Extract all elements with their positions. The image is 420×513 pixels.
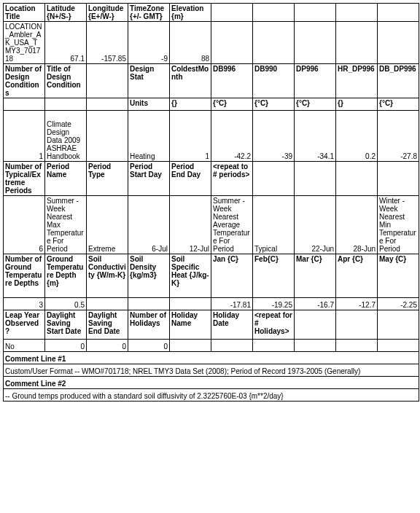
- cell: 1: [4, 111, 45, 162]
- cell: [378, 340, 419, 352]
- cell: 88: [170, 22, 211, 64]
- cell: {}: [170, 98, 211, 111]
- cell: 67.1: [45, 22, 87, 64]
- cell: -27.8: [378, 111, 419, 162]
- design-header-row: Number of Design Conditions Title of Des…: [4, 64, 419, 98]
- hdr-cell: Soil Specific Heat {J/kg-K}: [170, 254, 211, 298]
- cell: [4, 98, 45, 111]
- hdr-cell: DP996: [295, 64, 336, 98]
- cell: No: [4, 340, 45, 352]
- hdr-cell: DB_DP996: [378, 64, 419, 98]
- hdr-cell: Design Stat: [128, 64, 170, 98]
- hdr-cell: DB990: [253, 64, 295, 98]
- cell: {°C}: [378, 98, 419, 111]
- cell: -19.25: [253, 298, 295, 310]
- hdr-cell: Ground Temperature Depth {m}: [45, 254, 87, 298]
- hdr-cell: Period End Day: [170, 162, 211, 196]
- location-data-row: LOCATION_Ambler_AK_USA_TMY3_701718 67.1 …: [4, 22, 419, 64]
- hdr-cell: HR_DP996: [336, 64, 378, 98]
- ground-data-row: 3 0.5 -17.81 -19.25 -16.7 -12.7 -2.25: [4, 298, 419, 310]
- comment-value: -- Ground temps produced with a standard…: [4, 389, 419, 402]
- cell: 22-Jun: [295, 196, 336, 254]
- cell: -39: [253, 111, 295, 162]
- cell: 0: [128, 340, 170, 352]
- stat-table: Location Title Latitude {N+/S-} Longitud…: [3, 3, 419, 402]
- cell: {°C}: [211, 98, 253, 111]
- hdr-cell: Apr {C}: [336, 254, 378, 298]
- hdr-cell: Mar {C}: [295, 254, 336, 298]
- hdr-cell: Number of Design Conditions: [4, 64, 45, 98]
- cell: [253, 340, 295, 352]
- cell: Typical: [253, 196, 295, 254]
- cell: -12.7: [336, 298, 378, 310]
- cell: [336, 22, 378, 64]
- cell: 0.2: [336, 111, 378, 162]
- hdr-cell: Period Start Day: [128, 162, 170, 196]
- hdr-cell: DB996: [211, 64, 253, 98]
- cell: {°C}: [253, 98, 295, 111]
- hdr-cell: Holiday Name: [170, 310, 211, 340]
- comment-label: Comment Line #1: [4, 352, 419, 364]
- cell: [170, 298, 211, 310]
- design-data-row: 1 Climate Design Data 2009 ASHRAE Handbo…: [4, 111, 419, 162]
- hdr-cell: ColdestMonth: [170, 64, 211, 98]
- hdr-cell: Soil Conductivity {W/m-K}: [87, 254, 128, 298]
- hdr-cell: Number of Typical/Extreme Periods: [4, 162, 45, 196]
- cell: -34.1: [295, 111, 336, 162]
- cell: Summer - Week Nearest Max Temperature Fo…: [45, 196, 87, 254]
- hdr-cell: [378, 162, 419, 196]
- hdr-cell: Period Type: [87, 162, 128, 196]
- cell: Climate Design Data 2009 ASHRAE Handbook: [45, 111, 87, 162]
- cell: [378, 22, 419, 64]
- comment-label: Comment Line #2: [4, 377, 419, 389]
- periods-header-row: Number of Typical/Extreme Periods Period…: [4, 162, 419, 196]
- cell: [87, 98, 128, 111]
- cell: -2.25: [378, 298, 419, 310]
- holiday-data-row: No 0 0 0: [4, 340, 419, 352]
- hdr-cell: [336, 310, 378, 340]
- units-row: Units {} {°C} {°C} {°C} {} {°C}: [4, 98, 419, 111]
- cell: 0.5: [45, 298, 87, 310]
- comment1-label-row: Comment Line #1: [4, 352, 419, 364]
- hdr-cell: <repeat to # periods>: [211, 162, 253, 196]
- cell: [295, 22, 336, 64]
- cell: 28-Jun: [336, 196, 378, 254]
- periods-data-row: 6 Summer - Week Nearest Max Temperature …: [4, 196, 419, 254]
- hdr-cell: Daylight Saving Start Date: [45, 310, 87, 340]
- cell: 0: [87, 340, 128, 352]
- cell: 1: [170, 111, 211, 162]
- comment1-value-row: Custom/User Format -- WMO#701718; NREL T…: [4, 364, 419, 377]
- hdr-cell: Number of Ground Temperature Depths: [4, 254, 45, 298]
- hdr-cell: Holiday Date: [211, 310, 253, 340]
- cell: {°C}: [295, 98, 336, 111]
- hdr-cell: [295, 310, 336, 340]
- cell: Heating: [128, 111, 170, 162]
- hdr-cell: Feb{C}: [253, 254, 295, 298]
- cell: 3: [4, 298, 45, 310]
- comment2-label-row: Comment Line #2: [4, 377, 419, 389]
- hdr-cell: <repeat for # Holidays>: [253, 310, 295, 340]
- hdr-cell: Soil Density {kg/m3}: [128, 254, 170, 298]
- cell: [128, 298, 170, 310]
- hdr-cell: [253, 4, 295, 22]
- cell: [211, 340, 253, 352]
- hdr-cell: [253, 162, 295, 196]
- cell: [87, 111, 128, 162]
- cell: -42.2: [211, 111, 253, 162]
- hdr-cell: May {C}: [378, 254, 419, 298]
- hdr-cell: Period Name: [45, 162, 87, 196]
- holiday-header-row: Leap Year Observed? Daylight Saving Star…: [4, 310, 419, 340]
- hdr-cell: Jan {C}: [211, 254, 253, 298]
- cell: 6: [4, 196, 45, 254]
- cell: [170, 340, 211, 352]
- hdr-cell: Latitude {N+/S-}: [45, 4, 87, 22]
- hdr-cell: [295, 4, 336, 22]
- hdr-cell: TimeZone {+/- GMT}: [128, 4, 170, 22]
- cell: [253, 22, 295, 64]
- cell: -17.81: [211, 298, 253, 310]
- cell: 12-Jul: [170, 196, 211, 254]
- hdr-cell: [378, 310, 419, 340]
- cell: [295, 340, 336, 352]
- hdr-cell: Elevation {m}: [170, 4, 211, 22]
- hdr-cell: Leap Year Observed?: [4, 310, 45, 340]
